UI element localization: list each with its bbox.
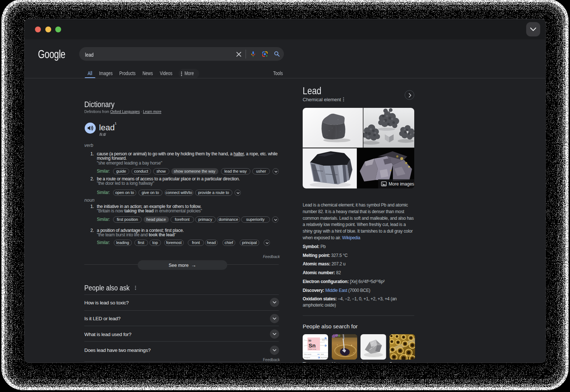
svg-text:Equal distrib.: Equal distrib. bbox=[321, 357, 328, 359]
svg-text:Tetragonal: Tetragonal bbox=[304, 357, 310, 359]
svg-text:Other metals: Other metals bbox=[304, 354, 312, 355]
svg-text:118.71: 118.71 bbox=[322, 339, 327, 341]
svg-text:[Kr]4d¹⁰5s²5p²: [Kr]4d¹⁰5s²5p² bbox=[309, 349, 317, 350]
svg-text:Solid: Solid bbox=[321, 354, 324, 355]
svg-text:Sn: Sn bbox=[309, 342, 316, 349]
svg-text:50: 50 bbox=[308, 339, 311, 342]
